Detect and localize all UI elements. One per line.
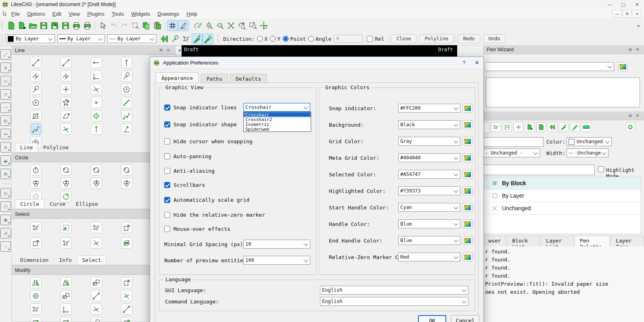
point-tool-button[interactable] <box>0 241 11 252</box>
circle-tools-button[interactable] <box>0 63 11 73</box>
line-tool-button[interactable] <box>121 97 132 108</box>
select-pointer-button[interactable] <box>97 20 108 31</box>
menu-help[interactable]: Help <box>183 10 201 18</box>
zoom-pan-button[interactable] <box>258 20 269 31</box>
snap-indicator-lines-checkbox[interactable] <box>164 105 170 111</box>
pp-name-input[interactable] <box>483 137 544 147</box>
cancel-button[interactable]: Cancel <box>451 315 479 322</box>
menu-edit[interactable]: Edit <box>49 10 65 18</box>
start-handle-color-combobox[interactable]: Cyan <box>398 203 460 212</box>
pen-wizard-combobox[interactable] <box>486 62 614 71</box>
background-color-combobox[interactable]: Black <box>398 120 460 129</box>
modify-tool-button[interactable] <box>30 277 42 288</box>
toolbar-drag-handle[interactable] <box>217 34 220 43</box>
curve-tools-button[interactable] <box>0 102 11 113</box>
zoom-in-button[interactable] <box>204 20 215 31</box>
pp-color-combobox[interactable]: Unchanged <box>567 137 612 146</box>
scrollbars-checkbox[interactable] <box>164 182 170 188</box>
end-handle-color-picker-button[interactable] <box>463 236 473 245</box>
tab-appearance[interactable]: Appearance <box>156 72 199 83</box>
modify-tool-button[interactable] <box>91 277 102 288</box>
new-document-button[interactable] <box>6 20 17 31</box>
circle-tool-button[interactable] <box>91 164 102 176</box>
save-button[interactable] <box>38 20 49 31</box>
polyline-button[interactable]: Polyline <box>420 34 454 43</box>
dialog-titlebar[interactable]: Application Preferences ? ✕ <box>150 57 483 69</box>
circle-tool-button[interactable] <box>91 178 102 189</box>
tab-curve[interactable]: Curve <box>44 199 71 209</box>
command-log[interactable]: r found. r found. r found. r found. Prin… <box>483 246 644 322</box>
text-tool-button[interactable] <box>0 188 11 199</box>
measure-tools-button[interactable] <box>0 155 11 166</box>
modify-tool-button[interactable] <box>121 303 132 315</box>
select-tool-button[interactable] <box>91 237 102 249</box>
save-as-button[interactable] <box>49 20 60 31</box>
pen-list-item[interactable]: Unchanged <box>483 202 641 215</box>
line-tool-button[interactable] <box>91 84 102 95</box>
dimension-tools-button[interactable] <box>0 129 11 139</box>
relative-zero-color-picker-button[interactable] <box>463 253 473 261</box>
circle-tool-button[interactable] <box>121 164 132 176</box>
tab-select[interactable]: Select <box>77 255 107 265</box>
pen-copy-button[interactable] <box>203 33 213 44</box>
modify-tools-button[interactable] <box>0 142 11 153</box>
line-tool-button[interactable] <box>61 57 72 68</box>
highlighted-color-picker-button[interactable] <box>463 186 473 195</box>
min-grid-spacing-combobox[interactable]: 10 <box>243 240 310 249</box>
pp-previous-button[interactable] <box>548 122 557 132</box>
direction-y-radio[interactable] <box>270 36 276 42</box>
hatch-tool-button[interactable] <box>0 201 11 212</box>
modify-tool-button[interactable] <box>61 277 72 288</box>
mdi-restore-button[interactable]: ⧉ <box>623 10 631 18</box>
copy-button[interactable] <box>141 20 152 31</box>
grid-toggle-button[interactable] <box>167 20 178 31</box>
dock-float-icon[interactable]: ⧉ <box>157 47 165 53</box>
handle-color-picker-button[interactable] <box>463 220 473 228</box>
pp-width-combobox[interactable]: -Unchanged- <box>567 148 608 157</box>
dock-close-icon[interactable]: ✕ <box>634 113 641 119</box>
dropdown-option[interactable]: Spiderweb <box>244 127 311 132</box>
zoom-out-button[interactable] <box>215 20 226 31</box>
snap-indicator-shape-checkbox[interactable] <box>164 121 170 128</box>
redo-button[interactable] <box>119 20 130 31</box>
redraw-button[interactable] <box>193 20 204 31</box>
modify-tool-button[interactable] <box>61 317 72 322</box>
circle-tool-button[interactable] <box>61 178 72 189</box>
circle-tool-button[interactable] <box>121 178 132 189</box>
pp-line-sample-button[interactable] <box>581 122 591 132</box>
select-tool-button[interactable] <box>30 237 42 249</box>
modify-tool-button[interactable] <box>91 303 102 315</box>
pp-snap-button[interactable] <box>514 122 523 132</box>
pen-width-combobox[interactable]: By Layer <box>57 34 105 43</box>
pen-color-combobox[interactable]: By Layer <box>6 34 55 43</box>
line-tool-button[interactable] <box>121 57 132 68</box>
dock-close-icon[interactable]: ✕ <box>634 46 641 53</box>
tab-polyline[interactable]: Polyline <box>38 143 74 152</box>
block-tool-button[interactable] <box>0 228 11 238</box>
select-tool-button[interactable] <box>30 222 42 233</box>
pp-filter-input[interactable] <box>483 165 595 175</box>
relative-zero-color-combobox[interactable]: Red <box>398 253 460 261</box>
mdi-close-button[interactable]: ✕ <box>633 10 642 18</box>
dialog-help-button[interactable]: ? <box>458 58 470 68</box>
new-from-template-button[interactable] <box>17 20 27 31</box>
angle-input[interactable]: 0 <box>334 35 363 43</box>
selected-color-picker-button[interactable] <box>463 170 473 179</box>
line-tools-button[interactable] <box>0 49 11 60</box>
meta-grid-color-picker-button[interactable] <box>463 153 473 162</box>
line-tool-button[interactable] <box>121 123 132 135</box>
background-color-picker-button[interactable] <box>463 120 473 129</box>
modify-tool-button[interactable] <box>61 290 72 301</box>
modify-tool-button[interactable] <box>30 290 42 301</box>
toolbar-drag-handle[interactable] <box>2 34 4 43</box>
snap-indicator-lines-combobox[interactable]: Crosshair <box>243 103 310 112</box>
start-handle-color-picker-button[interactable] <box>463 203 473 212</box>
pen-linetype-combobox[interactable]: By Layer <box>107 34 157 43</box>
grid-color-combobox[interactable]: Gray <box>398 137 460 146</box>
tab-ellipse[interactable]: Ellipse <box>71 199 103 209</box>
dropdown-option[interactable]: Isometric <box>244 122 311 127</box>
tab-dimension[interactable]: Dimension <box>15 255 54 265</box>
snap-indicator-color-picker-button[interactable] <box>463 104 473 113</box>
line-tool-button[interactable] <box>121 110 132 121</box>
dock-float-icon[interactable]: ⧉ <box>627 46 634 53</box>
